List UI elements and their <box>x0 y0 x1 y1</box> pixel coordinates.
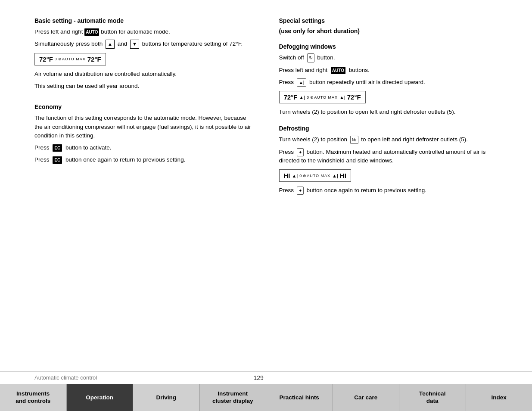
down-arrow-icon: ▼ <box>130 40 139 49</box>
section-basic-title: Basic setting - automatic mode <box>34 17 253 24</box>
defogging-display: 72°F ▲| 0 ⊛AUTO MAX ▲| 72°F <box>279 91 366 103</box>
section-basic-setting: Basic setting - automatic mode Press lef… <box>34 17 253 90</box>
section-defogging: Defogging windows Switch off ↻ button. P… <box>279 43 498 116</box>
defrost-left-arrow: ▲| <box>292 173 298 178</box>
auto-mode-display: 72°F 0 ⊛AUTO MAX 72°F <box>34 53 106 65</box>
section-economy-title: Economy <box>34 103 253 110</box>
defog-right-temp: 72°F <box>347 93 361 101</box>
tab-index[interactable]: Index <box>466 384 532 411</box>
right-column: Special settings (use only for short dur… <box>279 17 498 358</box>
auto-badge-2: AUTO <box>331 67 345 74</box>
economy-para1: The function of this setting corresponds… <box>34 114 253 140</box>
tab-driving[interactable]: Driving <box>133 384 200 411</box>
ec-badge-2: EC <box>53 156 62 164</box>
section-economy: Economy The function of this setting cor… <box>34 103 253 164</box>
vent-up-icon: ▲| <box>297 78 307 87</box>
defogging-title: Defogging windows <box>279 43 498 50</box>
tab-technical-data[interactable]: Technical data <box>399 384 466 411</box>
defog-display-center: 0 ⊛AUTO MAX <box>307 95 338 100</box>
defog-left-temp: 72°F <box>284 93 298 101</box>
defogging-para3: Press ▲| button repeatedly until air is … <box>279 78 498 87</box>
defrosting-display: HI ▲| 0 ⊛AUTO MAX ▲| HI <box>279 169 351 182</box>
basic-para1: Press left and right AUTO button for aut… <box>34 28 253 36</box>
economy-press1: Press EC button to activate. <box>34 143 253 152</box>
display-left-temp: 72°F <box>39 56 53 63</box>
up-arrow-icon: ▲ <box>106 40 115 49</box>
defrost-right-arrow: ▲| <box>332 173 338 178</box>
basic-para3: Air volume and distribution are controll… <box>34 70 253 78</box>
content-area: Basic setting - automatic mode Press lef… <box>0 0 532 371</box>
economy-press2: Press EC button once again to return to … <box>34 156 253 164</box>
defrost-display-center: 0 ⊛AUTO MAX <box>299 174 330 178</box>
section-defrosting: Defrosting Turn wheels (2) to position №… <box>279 125 498 195</box>
defrost-right-temp: HI <box>340 172 346 179</box>
special-settings-header: Special settings (use only for short dur… <box>279 17 498 34</box>
defogging-para2: Press left and right AUTO buttons. <box>279 66 498 75</box>
defrost-btn-icon-2: ✦ <box>297 187 304 195</box>
recirculate-icon: ↻ <box>307 53 314 62</box>
display-center: 0 ⊛AUTO MAX <box>55 57 86 61</box>
defogging-para1: Switch off ↻ button. <box>279 53 498 62</box>
tab-car-care[interactable]: Car care <box>333 384 400 411</box>
tab-instruments-and-controls[interactable]: Instruments and controls <box>0 384 67 411</box>
tab-practical-hints[interactable]: Practical hints <box>266 384 333 411</box>
footer-bar: Automatic climate control 129 Instrument… <box>0 371 532 411</box>
defrosting-para1: Turn wheels (2) to position № to open le… <box>279 135 498 144</box>
defrost-left-temp: HI <box>284 172 290 179</box>
display-right-temp: 72°F <box>87 56 101 63</box>
page-number: 129 <box>253 374 263 381</box>
defog-right-arrow: ▲| <box>339 95 345 100</box>
left-column: Basic setting - automatic mode Press lef… <box>34 17 253 358</box>
nav-tabs: Instruments and controls Operation Drivi… <box>0 384 532 411</box>
special-title2: (use only for short duration) <box>279 28 498 34</box>
tab-instrument-cluster-display[interactable]: Instrument cluster display <box>200 384 267 411</box>
tab-operation[interactable]: Operation <box>67 384 134 411</box>
defrosting-title: Defrosting <box>279 125 498 132</box>
basic-para4: This setting can be used all year around… <box>34 82 253 90</box>
special-title1: Special settings <box>279 17 498 24</box>
defog-left-arrow: ▲| <box>299 95 305 100</box>
basic-para2: Simultaneously press both ▲ and ▼ button… <box>34 40 253 49</box>
ec-badge-1: EC <box>53 144 62 152</box>
defrost-btn-icon: ✦ <box>297 148 304 156</box>
auto-badge-1: AUTO <box>84 28 99 36</box>
page-number-row: Automatic climate control 129 <box>0 372 532 384</box>
defogging-para4: Turn wheels (2) to position to open left… <box>279 108 498 116</box>
page-wrapper: Basic setting - automatic mode Press lef… <box>0 0 532 411</box>
defrost-grid-icon: № <box>350 136 358 144</box>
footer-label: Automatic climate control <box>34 374 97 381</box>
defrosting-para2: Press ✦ button. Maximum heated and autom… <box>279 148 498 165</box>
defrosting-para3: Press ✦ button once again to return to p… <box>279 186 498 195</box>
